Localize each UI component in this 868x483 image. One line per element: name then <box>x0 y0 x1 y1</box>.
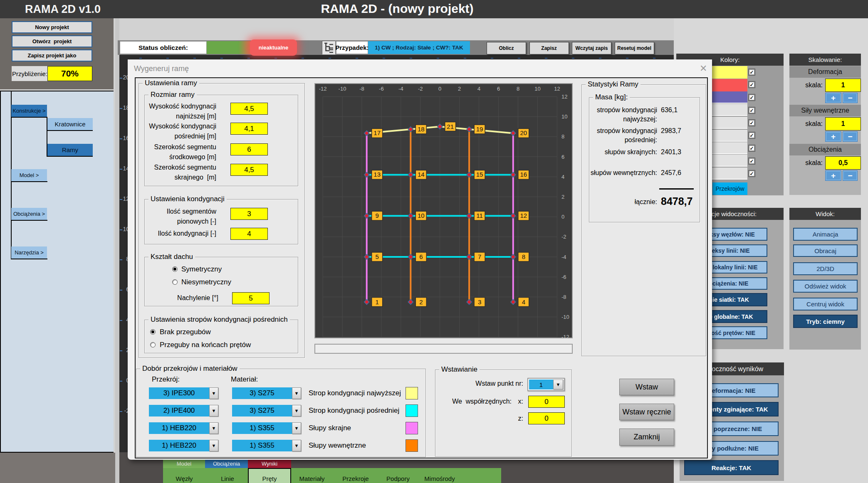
svg-text:6: 6 <box>497 86 500 92</box>
svg-text:4: 4 <box>477 86 480 92</box>
svg-text:-8: -8 <box>561 294 566 300</box>
svg-text:17: 17 <box>373 129 381 136</box>
svg-text:-10: -10 <box>561 314 569 320</box>
svg-text:8: 8 <box>522 253 525 260</box>
svg-text:8: 8 <box>517 86 519 92</box>
svg-text:1: 1 <box>376 298 379 306</box>
svg-text:6: 6 <box>419 253 423 260</box>
svg-text:2: 2 <box>458 86 461 92</box>
svg-text:-12: -12 <box>319 86 327 92</box>
svg-text:18: 18 <box>418 126 425 133</box>
svg-text:21: 21 <box>447 123 454 130</box>
svg-text:2: 2 <box>419 298 423 306</box>
svg-text:-2: -2 <box>561 234 566 240</box>
svg-text:-10: -10 <box>339 86 346 92</box>
svg-text:12: 12 <box>554 86 560 92</box>
svg-text:7: 7 <box>478 253 481 260</box>
svg-text:0: 0 <box>438 86 441 92</box>
svg-text:10: 10 <box>534 86 540 92</box>
svg-text:19: 19 <box>476 126 483 133</box>
svg-text:-2: -2 <box>418 86 423 92</box>
svg-text:-4: -4 <box>398 86 403 92</box>
svg-text:-8: -8 <box>359 86 364 92</box>
svg-text:-6: -6 <box>379 86 384 92</box>
svg-text:15: 15 <box>476 171 483 178</box>
svg-text:-12: -12 <box>561 334 569 338</box>
svg-text:8: 8 <box>561 133 564 140</box>
svg-text:-6: -6 <box>561 274 566 280</box>
svg-text:3: 3 <box>478 298 481 306</box>
svg-text:20: 20 <box>520 129 527 136</box>
svg-text:9: 9 <box>376 212 379 219</box>
svg-text:0: 0 <box>561 214 564 220</box>
svg-text:4: 4 <box>522 298 525 306</box>
svg-text:5: 5 <box>376 253 379 260</box>
svg-text:10: 10 <box>418 212 425 219</box>
svg-text:13: 13 <box>373 171 381 178</box>
svg-text:12: 12 <box>520 212 527 219</box>
svg-text:2: 2 <box>561 194 564 200</box>
svg-text:6: 6 <box>561 154 564 160</box>
svg-text:-4: -4 <box>561 254 566 260</box>
svg-text:14: 14 <box>418 171 425 178</box>
svg-text:16: 16 <box>520 171 527 178</box>
svg-text:4: 4 <box>561 174 564 180</box>
svg-text:11: 11 <box>476 212 483 219</box>
svg-text:12: 12 <box>561 94 567 100</box>
svg-text:10: 10 <box>561 113 567 120</box>
